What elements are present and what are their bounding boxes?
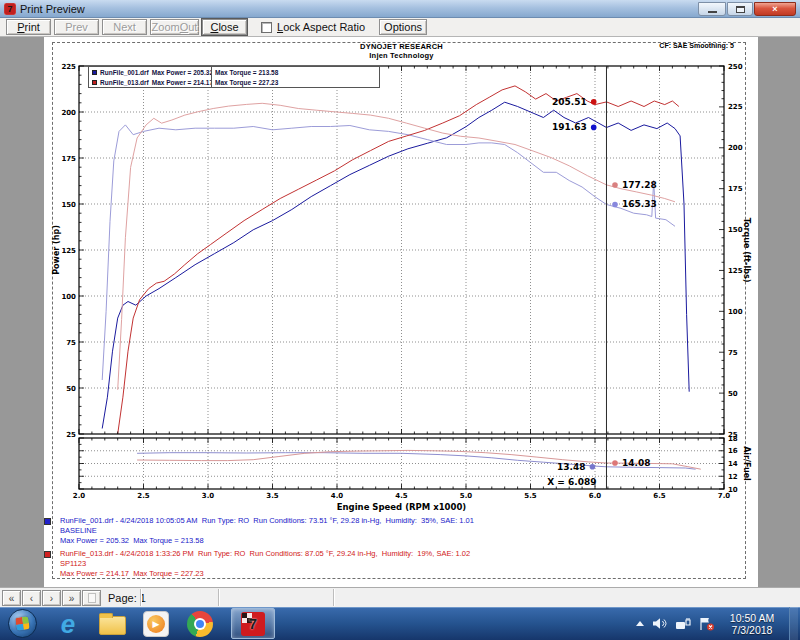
print-preview-toolbar: Print Prev Next Zoom Out Close Lock Aspe…	[0, 18, 800, 37]
hidden-icons-arrow[interactable]	[636, 621, 644, 626]
first-page-button[interactable]: «	[2, 590, 21, 606]
taskbar-internet-explorer[interactable]: e	[53, 609, 83, 639]
lock-aspect-label: Lock Aspect Ratio	[277, 21, 365, 33]
marker-177.28	[612, 182, 618, 188]
taskbar-media-player[interactable]: ▶	[141, 609, 171, 639]
run1-name: BASELINE	[60, 526, 744, 536]
svg-text:16: 16	[728, 447, 738, 455]
legend-row-1-torque: Max Torque = 213.58	[211, 67, 379, 77]
page-setup-button[interactable]	[82, 590, 101, 606]
svg-text:2.5: 2.5	[137, 492, 150, 500]
statusbar-separator	[140, 589, 141, 606]
next-page-button[interactable]: ›	[42, 590, 61, 606]
svg-text:50: 50	[66, 385, 76, 393]
chart-legend: RunFile_001.drf Max Power = 205.32 Max T…	[88, 66, 380, 88]
run1-max-line: Max Power = 205.32 Max Torque = 213.58	[60, 536, 744, 546]
legend-row-2-left: RunFile_013.drf Max Power = 214.17	[89, 77, 211, 87]
svg-text:6.5: 6.5	[653, 492, 666, 500]
marker-191.63	[591, 125, 597, 131]
svg-text:100: 100	[61, 293, 76, 301]
annotation-177.28: 177.28	[622, 180, 657, 190]
clock-time: 10:50 AM	[723, 612, 781, 624]
svg-text:6.0: 6.0	[589, 492, 602, 500]
svg-text:18: 18	[728, 435, 738, 443]
internet-explorer-icon: e	[61, 611, 75, 637]
legend-row-2-torque: Max Torque = 227.23	[211, 77, 379, 87]
annotation-205.51: 205.51	[552, 97, 587, 107]
run1-file-line: RunFile_001.drf - 4/24/2018 10:05:05 AM …	[60, 516, 744, 526]
x-axis-title: Engine Speed (RPM x1000)	[337, 502, 467, 512]
svg-text:125: 125	[728, 267, 743, 275]
annotation-14.08: 14.08	[622, 458, 650, 468]
svg-text:75: 75	[66, 339, 76, 347]
svg-text:175: 175	[728, 185, 743, 193]
options-button[interactable]: Options	[379, 19, 427, 35]
last-page-button[interactable]: »	[62, 590, 81, 606]
maximize-button[interactable]	[727, 2, 753, 16]
svg-text:225: 225	[728, 103, 743, 111]
minimize-button[interactable]	[698, 2, 726, 16]
show-desktop-button[interactable]	[789, 607, 798, 640]
next-button[interactable]: Next	[102, 19, 147, 35]
preview-area: DYNOJET RESEARCH Injen Technology CF: SA…	[0, 37, 800, 587]
start-button[interactable]	[8, 609, 37, 638]
svg-text:4.0: 4.0	[331, 492, 344, 500]
network-icon[interactable]	[675, 617, 691, 630]
minimize-icon	[708, 10, 717, 13]
svg-text:50: 50	[728, 390, 738, 398]
svg-text:150: 150	[61, 201, 76, 209]
clock-date: 7/3/2018	[723, 624, 781, 636]
run2-max-line: Max Power = 214.17 Max Torque = 227.23	[60, 569, 744, 579]
svg-text:200: 200	[728, 144, 743, 152]
series-013-torque	[118, 103, 675, 390]
svg-text:3.0: 3.0	[202, 492, 215, 500]
close-window-button[interactable]: ×	[754, 2, 796, 16]
svg-text:150: 150	[728, 226, 743, 234]
airfuel-axis-title: Air/Fuel	[742, 446, 751, 481]
status-bar: « ‹ › » Page: 1	[0, 587, 800, 607]
windows-flag-icon	[15, 616, 30, 631]
zoom-out-button[interactable]: Zoom Out	[150, 19, 199, 35]
statusbar-separator	[218, 589, 219, 606]
svg-text:25: 25	[66, 431, 76, 439]
taskbar-chrome[interactable]	[185, 609, 215, 639]
print-button[interactable]: Print	[6, 19, 51, 35]
action-center-flag-icon[interactable]	[699, 617, 715, 631]
svg-text:75: 75	[728, 349, 738, 357]
legend-swatch-run1	[92, 70, 97, 75]
svg-text:4.5: 4.5	[395, 492, 408, 500]
title-bar: 7 Print Preview ×	[0, 0, 800, 18]
marker-205.51	[591, 99, 597, 105]
taskbar-clock[interactable]: 10:50 AM 7/3/2018	[723, 612, 781, 636]
svg-text:3.5: 3.5	[266, 492, 279, 500]
app-icon: 7	[4, 3, 16, 15]
report-page: DYNOJET RESEARCH Injen Technology CF: SA…	[44, 37, 758, 587]
run-info-block: RunFile_001.drf - 4/24/2018 10:05:05 AM …	[44, 516, 744, 582]
run2-swatch	[44, 551, 51, 558]
svg-text:175: 175	[61, 155, 76, 163]
statusbar-separator	[333, 589, 334, 606]
annotation-165.33: 165.33	[622, 199, 657, 209]
run2-name: SP1123	[60, 559, 744, 569]
marker-165.33	[612, 202, 618, 208]
svg-text:5.0: 5.0	[460, 492, 473, 500]
annotation-13.48: 13.48	[557, 462, 585, 472]
svg-text:14: 14	[728, 460, 738, 468]
torque-axis-title: Torque (ft-lbs)	[742, 218, 751, 283]
prev-button[interactable]: Prev	[54, 19, 99, 35]
lock-aspect-checkbox[interactable]	[261, 22, 272, 33]
volume-icon[interactable]	[652, 617, 667, 630]
media-player-icon: ▶	[143, 611, 169, 637]
run2-file-line: RunFile_013.drf - 4/24/2018 1:33:26 PM R…	[60, 549, 744, 559]
svg-text:100: 100	[728, 308, 743, 316]
close-preview-button[interactable]: Close	[202, 19, 247, 35]
winpep-icon: 7	[241, 612, 265, 636]
run-info-run1: RunFile_001.drf - 4/24/2018 10:05:05 AM …	[44, 516, 744, 546]
cursor-x-label: X = 6.089	[547, 477, 596, 487]
taskbar-file-explorer[interactable]	[97, 609, 127, 639]
windows-taskbar: e ▶ 7 10:50 AM 7/3/2018	[0, 607, 800, 640]
marker-14.08	[612, 460, 618, 466]
svg-text:10: 10	[728, 486, 738, 494]
prev-page-button[interactable]: ‹	[22, 590, 41, 606]
taskbar-winpep-active[interactable]: 7	[231, 608, 275, 639]
